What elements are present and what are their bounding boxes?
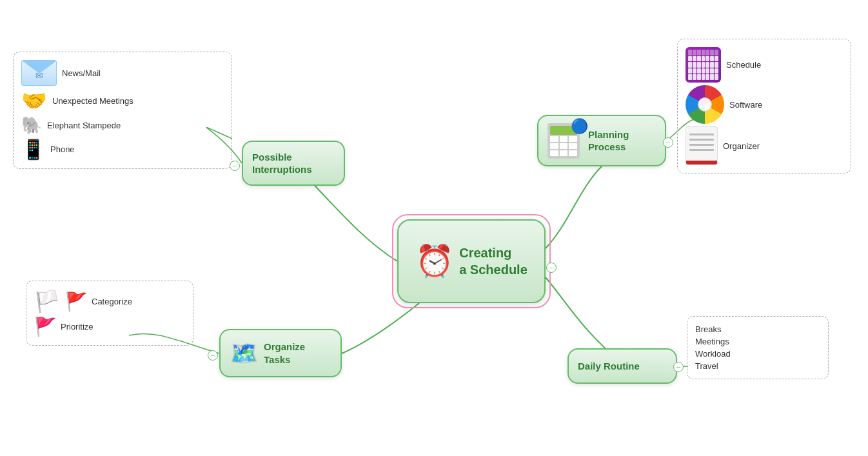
handshake-icon: 🤝 bbox=[21, 88, 47, 113]
envelope-icon: ✉ bbox=[21, 60, 57, 86]
interruptions-leaf-group: ✉ News/Mail 🤝 Unexpected Meetings 🐘 Elep… bbox=[13, 52, 232, 169]
planning-label: Planning Process bbox=[588, 128, 629, 154]
workload-text: Workload bbox=[695, 349, 731, 359]
organizer-text: Organizer bbox=[723, 141, 760, 151]
cd-icon bbox=[686, 85, 724, 124]
leaf-breaks: Breaks bbox=[695, 324, 820, 334]
travel-text: Travel bbox=[695, 361, 718, 371]
meetings-daily-text: Meetings bbox=[695, 337, 729, 346]
organize-label: Organize Tasks bbox=[264, 341, 331, 366]
leaf-schedule: Schedule bbox=[686, 47, 843, 83]
center-node: ⏰ Creating a Schedule bbox=[397, 219, 546, 303]
schedule-calendar-icon bbox=[686, 47, 721, 83]
daily-collapse-btn[interactable]: − bbox=[673, 362, 684, 372]
planning-collapse-btn[interactable]: − bbox=[663, 137, 673, 148]
center-collapse-btn[interactable]: − bbox=[546, 263, 557, 273]
leaf-workload: Workload bbox=[695, 349, 820, 359]
node-organize: 🗺️ Organize Tasks bbox=[219, 329, 342, 377]
interruptions-collapse-btn[interactable]: − bbox=[230, 161, 240, 171]
notepad-icon bbox=[686, 126, 718, 165]
leaf-elephant: 🐘 Elephant Stampede bbox=[21, 115, 224, 135]
software-text: Software bbox=[729, 100, 762, 110]
meetings-text: Unexpected Meetings bbox=[52, 96, 133, 106]
leaf-meetings-daily: Meetings bbox=[695, 337, 820, 346]
organize-icon: 🗺️ bbox=[230, 340, 259, 367]
newsmail-text: News/Mail bbox=[62, 68, 101, 78]
phone-icon: 📱 bbox=[21, 138, 45, 161]
breaks-text: Breaks bbox=[695, 324, 721, 334]
daily-leaf-group: Breaks Meetings Workload Travel bbox=[687, 316, 829, 379]
leaf-meetings: 🤝 Unexpected Meetings bbox=[21, 88, 224, 113]
leaf-newsmail: ✉ News/Mail bbox=[21, 60, 224, 86]
leaf-organizer: Organizer bbox=[686, 126, 843, 165]
leaf-software: Software bbox=[686, 85, 843, 124]
node-daily: Daily Routine bbox=[567, 348, 677, 384]
leaf-phone: 📱 Phone bbox=[21, 138, 224, 161]
green-flag-icon: 🏳️ bbox=[34, 289, 60, 313]
interruptions-label: Possible Interruptions bbox=[252, 151, 312, 176]
leaf-travel: Travel bbox=[695, 361, 820, 371]
prioritize-text: Prioritize bbox=[61, 322, 94, 332]
daily-label: Daily Routine bbox=[578, 360, 640, 373]
leaf-prioritize: 🚩 Prioritize bbox=[34, 316, 185, 337]
planning-icon: 🔵 bbox=[547, 123, 583, 159]
leaf-categorize: 🏳️ 🚩 Categorize bbox=[34, 289, 185, 313]
center-label: Creating a Schedule bbox=[459, 244, 528, 278]
planning-leaf-group: Schedule Software Organizer bbox=[677, 39, 851, 173]
elephant-text: Elephant Stampede bbox=[47, 121, 121, 130]
node-interruptions: Possible Interruptions bbox=[242, 141, 345, 186]
phone-text: Phone bbox=[50, 144, 75, 154]
elephant-icon: 🐘 bbox=[21, 115, 42, 135]
organize-collapse-btn[interactable]: − bbox=[208, 350, 218, 361]
schedule-text: Schedule bbox=[726, 60, 761, 70]
categorize-text: Categorize bbox=[92, 297, 132, 306]
organize-leaf-group: 🏳️ 🚩 Categorize 🚩 Prioritize bbox=[26, 281, 193, 346]
center-icon: ⏰ bbox=[415, 243, 454, 279]
node-planning: 🔵 Planning Process bbox=[537, 115, 666, 166]
